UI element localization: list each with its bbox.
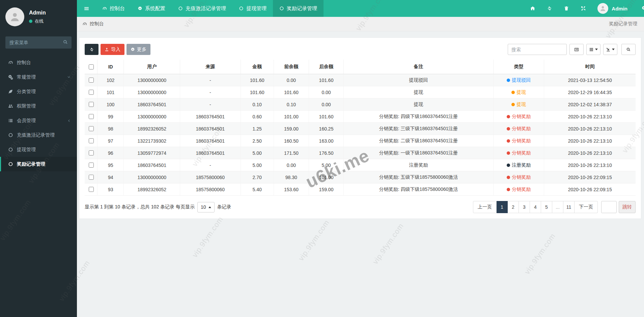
table-cell: 101: [97, 86, 124, 98]
type-badge: 注册奖励: [507, 162, 531, 168]
topnav-items: 控制台系统配置充值激活记录管理提现管理奖励记录管理: [96, 0, 324, 17]
user-menu[interactable]: Admin: [597, 3, 627, 14]
grid-icon: [589, 47, 594, 52]
column-header[interactable]: 时间: [544, 60, 636, 74]
hamburger-button[interactable]: [77, 0, 96, 17]
row-checkbox-cell: [85, 135, 97, 147]
users-icon: [8, 104, 17, 109]
page-button-5[interactable]: 5: [541, 201, 552, 213]
topnav-item-5[interactable]: 奖励记录管理: [273, 0, 324, 17]
sidebar-item-label: 权限管理: [17, 103, 77, 109]
type-cell: 提现: [494, 98, 544, 111]
sidebar-item-7[interactable]: 提现管理: [0, 142, 77, 157]
table-cell: 18992326052: [124, 123, 180, 135]
refresh-button[interactable]: [85, 44, 99, 55]
sidebar-item-2[interactable]: 常规管理: [0, 70, 77, 84]
row-checkbox[interactable]: [89, 102, 94, 107]
table-cell: 分销奖励: 四级下级18575800060激活: [343, 183, 493, 196]
row-checkbox-cell: [85, 111, 97, 123]
page-next-button[interactable]: 下一页: [575, 201, 598, 213]
column-header[interactable]: 前余额: [274, 60, 309, 74]
circle-icon: [8, 147, 17, 152]
column-header[interactable]: 备注: [343, 60, 493, 74]
settings-button[interactable]: [642, 6, 644, 11]
type-dot-icon: [507, 127, 510, 131]
row-checkbox[interactable]: [89, 150, 94, 155]
sidebar-item-1[interactable]: 控制台: [0, 55, 77, 70]
jump-page-input[interactable]: [601, 201, 617, 213]
export-button[interactable]: [603, 44, 617, 55]
table-cell: 13000000000: [124, 111, 180, 123]
page-size-select[interactable]: 10: [197, 202, 215, 212]
sidebar-item-3[interactable]: 分类管理: [0, 84, 77, 99]
topnav-item-1[interactable]: 控制台: [96, 0, 131, 17]
row-checkbox[interactable]: [89, 114, 94, 119]
breadcrumb[interactable]: 控制台: [82, 21, 104, 27]
jump-button[interactable]: 跳转: [619, 201, 636, 213]
table-cell: 101.00: [274, 111, 309, 123]
table-cell: 101.00: [309, 171, 344, 183]
page-prev-button[interactable]: 上一页: [473, 201, 497, 213]
column-header[interactable]: ID: [97, 60, 124, 74]
row-checkbox[interactable]: [89, 187, 94, 192]
avatar: [5, 7, 24, 26]
row-checkbox[interactable]: [89, 90, 94, 95]
table-panel: 导入 更多 ID用户来源金额前余额后余额备注类型时间10213000000000…: [79, 37, 641, 219]
table-cell: 153.60: [274, 183, 309, 196]
page-button-11[interactable]: 11: [563, 201, 575, 213]
page-button-1[interactable]: 1: [497, 201, 508, 213]
type-badge: 分销奖励: [507, 186, 531, 192]
row-checkbox[interactable]: [89, 126, 94, 131]
table-row: 10113000000000-101.60101.600.00提现提现2020-…: [85, 86, 636, 98]
select-all-checkbox[interactable]: [89, 64, 94, 69]
table-search-input[interactable]: [508, 44, 567, 55]
row-checkbox[interactable]: [89, 163, 94, 168]
table-cell: 160.50: [274, 135, 309, 147]
detail-view-button[interactable]: [569, 44, 584, 55]
table-cell: 分销奖励: 二级下级18603764501注册: [343, 135, 493, 147]
column-header[interactable]: 后余额: [309, 60, 344, 74]
page-button-4[interactable]: 4: [530, 201, 541, 213]
time-cell: 2020-10-26 22:13:10: [544, 159, 636, 171]
sidebar-user-name: Admin: [29, 10, 46, 16]
column-header[interactable]: 用户: [124, 60, 180, 74]
column-header[interactable]: 类型: [494, 60, 544, 74]
table-cell: 93: [97, 183, 124, 196]
column-header[interactable]: 金额: [241, 60, 274, 74]
expand-button[interactable]: [581, 6, 586, 11]
refresh-button[interactable]: [547, 6, 552, 11]
table-cell: 160.25: [309, 123, 344, 135]
table-cell: 0.10: [274, 98, 309, 111]
topnav-item-3[interactable]: 充值激活记录管理: [172, 0, 232, 17]
columns-button[interactable]: [586, 44, 600, 55]
sidebar-item-4[interactable]: 权限管理: [0, 99, 77, 113]
page-button-3[interactable]: 3: [519, 201, 530, 213]
chevron-left-icon: [67, 119, 71, 123]
more-button[interactable]: 更多: [127, 44, 150, 55]
sidebar-item-6[interactable]: 充值激活记录管理: [0, 128, 77, 142]
sidebar-item-5[interactable]: 会员管理: [0, 113, 77, 128]
table-cell: 13059772974: [124, 147, 180, 159]
column-header[interactable]: 来源: [180, 60, 241, 74]
topnav-item-2[interactable]: 系统配置: [131, 0, 172, 17]
pagination: 上一页12345...11下一页: [473, 201, 598, 213]
page-button-2[interactable]: 2: [508, 201, 519, 213]
circle-icon: [8, 162, 17, 167]
sidebar-item-8[interactable]: 奖励记录管理: [0, 157, 77, 171]
pagination-summary: 显示第 1 到第 10 条记录，总共 102 条记录 每页显示 10 条记录: [85, 202, 231, 212]
sidebar-item-label: 充值激活记录管理: [17, 132, 77, 138]
row-checkbox-cell: [85, 74, 97, 86]
home-button[interactable]: [530, 6, 535, 11]
trash-button[interactable]: [564, 6, 569, 11]
row-checkbox[interactable]: [89, 78, 94, 83]
row-checkbox[interactable]: [89, 175, 94, 180]
row-checkbox[interactable]: [89, 138, 94, 143]
type-badge: 分销奖励: [507, 150, 531, 155]
import-button[interactable]: 导入: [101, 44, 124, 55]
search-button[interactable]: [621, 44, 636, 55]
topnav-item-4[interactable]: 提现管理: [232, 0, 273, 17]
sidebar-search-input[interactable]: [5, 36, 72, 49]
table-cell: 18992326052: [124, 183, 180, 196]
time-cell: 2020-12-29 16:44:35: [544, 86, 636, 98]
row-checkbox-cell: [85, 86, 97, 98]
